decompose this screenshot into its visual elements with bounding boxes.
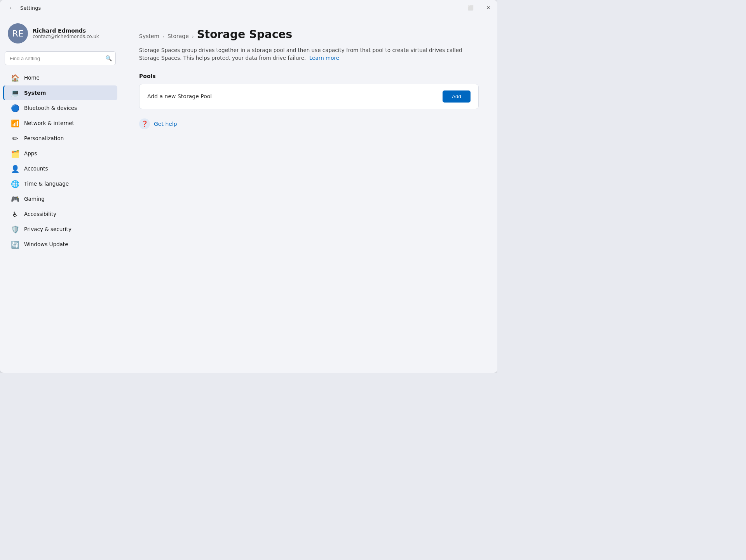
sidebar-item-apps[interactable]: 🗂️ Apps	[3, 146, 117, 161]
sidebar-item-label-system: System	[24, 90, 46, 96]
accessibility-icon: ♿	[11, 210, 19, 218]
sidebar-item-home[interactable]: 🏠 Home	[3, 70, 117, 85]
add-pool-label: Add a new Storage Pool	[147, 93, 212, 99]
description-text: Storage Spaces group drives together in …	[139, 47, 462, 61]
privacy-icon: 🛡️	[11, 225, 19, 233]
user-profile[interactable]: RE Richard Edmonds contact@richedmonds.c…	[0, 19, 120, 50]
sidebar-item-time[interactable]: 🌐 Time & language	[3, 176, 117, 191]
minimize-button[interactable]: –	[444, 0, 462, 16]
sidebar-item-privacy[interactable]: 🛡️ Privacy & security	[3, 222, 117, 237]
sidebar-item-accessibility[interactable]: ♿ Accessibility	[3, 207, 117, 221]
avatar: RE	[8, 23, 28, 43]
learn-more-link[interactable]: Learn more	[309, 55, 339, 61]
sidebar-item-gaming[interactable]: 🎮 Gaming	[3, 191, 117, 206]
sidebar-item-label-time: Time & language	[24, 181, 69, 187]
back-button[interactable]: ←	[6, 2, 17, 13]
update-icon: 🔄	[11, 240, 19, 249]
get-help-link[interactable]: ❓ Get help	[139, 118, 479, 129]
sidebar-item-label-privacy: Privacy & security	[24, 226, 71, 232]
search-bar[interactable]: 🔍	[5, 51, 116, 65]
sidebar-item-label-personalization: Personalization	[24, 135, 64, 141]
network-icon: 📶	[11, 119, 19, 127]
user-info: Richard Edmonds contact@richedmonds.co.u…	[33, 28, 99, 39]
get-help-label: Get help	[154, 121, 177, 127]
sidebar-item-personalization[interactable]: ✏️ Personalization	[3, 131, 117, 146]
apps-icon: 🗂️	[11, 149, 19, 158]
personalization-icon: ✏️	[11, 134, 19, 143]
nav-list: 🏠 Home 💻 System 🔵 Bluetooth & devices 📶 …	[0, 70, 120, 252]
content-area: System › Storage › Storage Spaces Storag…	[120, 16, 497, 373]
search-input[interactable]	[5, 51, 116, 65]
home-icon: 🏠	[11, 73, 19, 82]
time-icon: 🌐	[11, 179, 19, 188]
add-storage-pool-card: Add a new Storage Pool Add	[139, 84, 479, 109]
bluetooth-icon: 🔵	[11, 104, 19, 112]
sidebar-item-label-accounts: Accounts	[24, 165, 48, 172]
user-email: contact@richedmonds.co.uk	[33, 34, 99, 39]
sidebar-item-label-accessibility: Accessibility	[24, 211, 56, 217]
titlebar: ← Settings – ⬜ ✕	[0, 0, 497, 16]
pools-section-title: Pools	[139, 73, 479, 79]
main-layout: RE Richard Edmonds contact@richedmonds.c…	[0, 16, 497, 373]
sidebar-item-label-gaming: Gaming	[24, 196, 45, 202]
add-pool-button[interactable]: Add	[443, 90, 471, 103]
window-controls: – ⬜ ✕	[444, 0, 497, 16]
sidebar-item-label-home: Home	[24, 75, 40, 81]
system-icon: 💻	[11, 89, 19, 97]
breadcrumb-sep2: ›	[192, 34, 194, 39]
user-name: Richard Edmonds	[33, 28, 99, 34]
accounts-icon: 👤	[11, 164, 19, 173]
help-icon: ❓	[139, 118, 150, 129]
sidebar-item-label-update: Windows Update	[24, 241, 68, 247]
close-button[interactable]: ✕	[479, 0, 497, 16]
breadcrumb-system[interactable]: System	[139, 33, 159, 39]
sidebar-item-label-network: Network & internet	[24, 120, 74, 126]
page-title: Storage Spaces	[197, 28, 293, 41]
titlebar-title: Settings	[20, 5, 41, 11]
sidebar-item-label-apps: Apps	[24, 150, 37, 157]
settings-window: ← Settings – ⬜ ✕ RE Richard Edmonds cont…	[0, 0, 497, 373]
sidebar-item-label-bluetooth: Bluetooth & devices	[24, 105, 77, 111]
sidebar-item-bluetooth[interactable]: 🔵 Bluetooth & devices	[3, 101, 117, 115]
breadcrumb-row: System › Storage › Storage Spaces	[139, 28, 479, 41]
sidebar-item-accounts[interactable]: 👤 Accounts	[3, 161, 117, 176]
sidebar-item-system[interactable]: 💻 System	[3, 85, 117, 100]
sidebar-item-update[interactable]: 🔄 Windows Update	[3, 237, 117, 252]
breadcrumb-sep1: ›	[162, 34, 164, 39]
gaming-icon: 🎮	[11, 195, 19, 203]
breadcrumb-storage[interactable]: Storage	[167, 33, 189, 39]
sidebar: RE Richard Edmonds contact@richedmonds.c…	[0, 16, 120, 373]
sidebar-item-network[interactable]: 📶 Network & internet	[3, 116, 117, 130]
maximize-button[interactable]: ⬜	[462, 0, 479, 16]
page-description: Storage Spaces group drives together in …	[139, 46, 473, 62]
